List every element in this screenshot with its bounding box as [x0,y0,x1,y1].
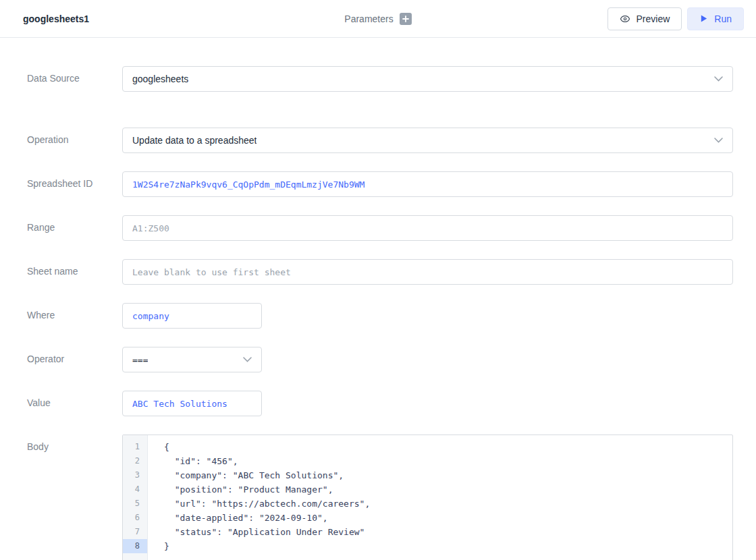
body-label: Body [27,435,122,560]
parameters-section: Parameters [0,0,756,37]
line-number: 2 [123,454,147,468]
code-line: } [164,539,732,553]
sheet-name-label: Sheet name [27,259,122,285]
field-row-sheet-name: Sheet name [27,259,733,285]
field-row-body: Body 1 2 3 4 5 6 7 8 { "id": "456", "com… [27,435,733,560]
chevron-down-icon [714,138,723,143]
body-code-editor[interactable]: 1 2 3 4 5 6 7 8 { "id": "456", "company"… [122,435,733,560]
line-number: 5 [123,497,147,511]
sheet-name-input[interactable] [122,259,733,285]
editor-gutter: 1 2 3 4 5 6 7 8 [123,435,148,560]
operator-selected-value: === [132,355,148,365]
code-line: "date-applied": "2024-09-10", [164,511,732,525]
field-row-data-source: Data Source googlesheets [27,66,733,92]
field-row-spreadsheet-id: Spreadsheet ID [27,171,733,197]
field-row-range: Range [27,215,733,241]
line-number: 1 [123,440,147,454]
where-label: Where [27,303,122,329]
line-number: 3 [123,468,147,482]
spreadsheet-id-input[interactable] [122,171,733,197]
code-line: "company": "ABC Tech Solutions", [164,468,732,482]
editor-code-area: { "id": "456", "company": "ABC Tech Solu… [148,435,732,560]
chevron-down-icon [243,357,252,362]
data-source-label: Data Source [27,66,122,92]
operation-label: Operation [27,128,122,153]
code-line: "status": "Application Under Review" [164,525,732,539]
value-input[interactable] [122,391,262,416]
code-line: { [164,440,732,454]
spreadsheet-id-label: Spreadsheet ID [27,171,122,197]
value-label: Value [27,391,122,416]
operation-selected-value: Update data to a spreadsheet [132,135,256,146]
field-row-value: Value [27,391,733,416]
add-parameter-button[interactable] [400,13,412,25]
range-input[interactable] [122,215,733,241]
operator-select[interactable]: === [122,347,262,372]
query-panel-header: googlesheets1 Parameters Preview Run [0,0,756,38]
chevron-down-icon [714,76,723,82]
code-line: "position": "Product Manager", [164,482,732,497]
operation-select[interactable]: Update data to a spreadsheet [122,128,733,153]
code-line: "url": "https://abctech.com/careers", [164,497,732,511]
field-row-operation: Operation Update data to a spreadsheet [27,128,733,153]
range-label: Range [27,215,122,241]
code-line: "id": "456", [164,454,732,468]
line-number: 4 [123,482,147,497]
parameters-label: Parameters [344,13,393,24]
line-number: 7 [123,525,147,539]
plus-icon [402,16,409,22]
field-row-operator: Operator === [27,347,733,372]
line-number: 6 [123,511,147,525]
data-source-select[interactable]: googlesheets [122,66,733,92]
query-config-form: Data Source googlesheets Operation Updat… [0,38,756,560]
operator-label: Operator [27,347,122,372]
line-number-active: 8 [123,539,147,553]
field-row-where: Where [27,303,733,329]
where-input[interactable] [122,303,262,329]
data-source-selected-value: googlesheets [132,74,188,84]
